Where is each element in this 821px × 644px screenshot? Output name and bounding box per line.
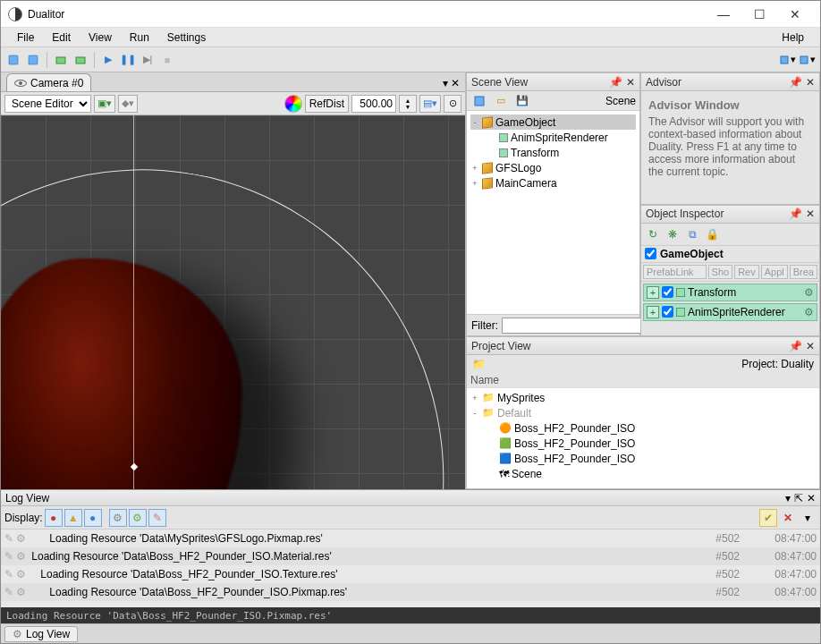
log-line[interactable]: ✎ ⚙Loading Resource 'Data\Boss_HF2_Pound… bbox=[1, 547, 820, 565]
scene-tree-item[interactable]: -GameObject bbox=[470, 114, 636, 130]
log-line[interactable]: ✎ ⚙ Loading Resource 'Data\MySprites\GFS… bbox=[1, 530, 820, 547]
log-view-close-button[interactable]: ✕ bbox=[807, 492, 816, 504]
scene-view-pin-button[interactable]: 📌 bbox=[609, 76, 622, 89]
advisor-pin-button[interactable]: 📌 bbox=[789, 76, 802, 89]
component-row[interactable]: +Transform⚙ bbox=[643, 284, 817, 301]
log-line-icon: ✎ ⚙ bbox=[4, 586, 26, 598]
play-button[interactable]: ▶ bbox=[99, 51, 117, 69]
log-filter-info-button[interactable]: ● bbox=[84, 509, 102, 527]
menu-view[interactable]: View bbox=[80, 30, 121, 46]
log-autoscroll-button[interactable]: ✔ bbox=[759, 509, 777, 527]
scene-tree-item[interactable]: AnimSpriteRenderer bbox=[470, 130, 636, 145]
gizmo-shape-button[interactable]: ◆▾ bbox=[118, 95, 138, 113]
scene-tree-item[interactable]: Transform bbox=[470, 145, 636, 160]
step-button[interactable]: ▶| bbox=[139, 51, 157, 69]
scene-view-close-button[interactable]: ✕ bbox=[626, 76, 635, 89]
project-tree-item[interactable]: +📁MySprites bbox=[470, 390, 816, 405]
log-view-dropdown-button[interactable]: ▾ bbox=[785, 492, 791, 504]
inspector-refresh-button[interactable]: ↻ bbox=[645, 226, 661, 242]
log-filter-error-button[interactable]: ● bbox=[45, 509, 63, 527]
tree-expand-button[interactable]: - bbox=[470, 409, 479, 418]
project-tree[interactable]: +📁MySprites-📁Default🟠Boss_HF2_Pounder_IS… bbox=[467, 388, 819, 488]
component-expand-button[interactable]: + bbox=[647, 286, 659, 299]
project-tree-item[interactable]: 🟠Boss_HF2_Pounder_ISO bbox=[470, 420, 816, 436]
export-button[interactable] bbox=[72, 51, 89, 69]
component-row[interactable]: +AnimSpriteRenderer⚙ bbox=[643, 303, 817, 321]
project-tree-item[interactable]: 🟩Boss_HF2_Pounder_ISO bbox=[470, 436, 816, 451]
prefab-break-button[interactable]: Brea bbox=[790, 265, 817, 279]
color-picker-button[interactable] bbox=[284, 95, 302, 113]
prefab-show-button[interactable]: Sho bbox=[708, 265, 733, 279]
component-settings-button[interactable]: ⚙ bbox=[804, 286, 814, 299]
publish-button[interactable]: ▾ bbox=[779, 51, 797, 69]
inspector-pin-button[interactable]: 📌 bbox=[789, 208, 802, 220]
gizmo-move-button[interactable]: ▣▾ bbox=[94, 95, 115, 113]
scene-open-button[interactable]: ▭ bbox=[492, 92, 510, 110]
project-column-name[interactable]: Name bbox=[467, 373, 819, 388]
inspector-link-button[interactable]: ❋ bbox=[664, 226, 681, 242]
prefab-revert-button[interactable]: Rev bbox=[734, 265, 759, 279]
log-source-core-button[interactable]: ⚙ bbox=[109, 509, 127, 527]
refdist-stepper[interactable]: ▲▼ bbox=[399, 95, 417, 113]
scene-tree-item[interactable]: +MainCamera bbox=[470, 175, 636, 191]
menu-edit[interactable]: Edit bbox=[43, 30, 80, 46]
scene-save-button[interactable]: 💾 bbox=[513, 92, 531, 110]
window-maximize-button[interactable]: ☐ bbox=[741, 2, 777, 27]
menu-run[interactable]: Run bbox=[121, 30, 158, 46]
advisor-close-button[interactable]: ✕ bbox=[806, 76, 815, 89]
pause-button[interactable]: ❚❚ bbox=[119, 51, 137, 69]
tree-expand-button[interactable]: + bbox=[470, 179, 479, 188]
prefab-apply-button[interactable]: Appl bbox=[761, 265, 788, 279]
gameobject-enabled-checkbox[interactable] bbox=[645, 248, 656, 259]
stop-button[interactable]: ■ bbox=[158, 51, 176, 69]
tree-expand-button[interactable]: - bbox=[470, 118, 479, 127]
log-line[interactable]: ✎ ⚙ Loading Resource 'Data\Boss_HF2_Poun… bbox=[1, 583, 820, 601]
project-tree-item[interactable]: 🟦Boss_HF2_Pounder_ISO bbox=[470, 451, 816, 466]
inspector-copy-button[interactable]: ⧉ bbox=[684, 226, 700, 242]
log-source-game-button[interactable]: ✎ bbox=[148, 509, 166, 527]
camera-settings-button[interactable]: ▤▾ bbox=[419, 95, 441, 113]
project-tree-item[interactable]: 🗺Scene bbox=[470, 466, 816, 481]
project-view-pin-button[interactable]: 📌 bbox=[789, 340, 802, 352]
component-settings-button[interactable]: ⚙ bbox=[804, 306, 814, 318]
bottom-tab-logview[interactable]: ⚙ Log View bbox=[4, 626, 78, 642]
window-minimize-button[interactable]: — bbox=[706, 2, 741, 27]
log-view-pin-button[interactable]: ⇱ bbox=[794, 492, 803, 504]
menu-help[interactable]: Help bbox=[773, 30, 813, 46]
svg-rect-3 bbox=[76, 57, 85, 64]
open-button[interactable] bbox=[24, 51, 42, 69]
component-expand-button[interactable]: + bbox=[647, 306, 659, 318]
log-more-button[interactable]: ▾ bbox=[799, 509, 817, 527]
camera-reset-button[interactable]: ⊙ bbox=[444, 95, 461, 113]
camera-viewport[interactable] bbox=[1, 115, 465, 489]
refdist-input[interactable] bbox=[351, 95, 396, 113]
inspector-close-button[interactable]: ✕ bbox=[806, 208, 815, 220]
log-view-panel: Log View ▾⇱✕ Display: ● ▲ ● ⚙ ⚙ ✎ ✔ ✕ ▾ … bbox=[1, 489, 820, 623]
tab-close-button[interactable]: ✕ bbox=[451, 77, 460, 89]
scene-tree[interactable]: -GameObjectAnimSpriteRendererTransform+G… bbox=[467, 111, 639, 314]
menu-file[interactable]: File bbox=[8, 30, 43, 46]
import-button[interactable] bbox=[52, 51, 70, 69]
editor-mode-select[interactable]: Scene Editor bbox=[4, 95, 91, 113]
menu-settings[interactable]: Settings bbox=[158, 30, 215, 46]
scene-filter-input[interactable] bbox=[502, 318, 643, 334]
save-all-button[interactable] bbox=[4, 51, 22, 69]
log-display-label: Display: bbox=[4, 512, 43, 524]
log-source-editor-button[interactable]: ⚙ bbox=[129, 509, 147, 527]
log-line[interactable]: ✎ ⚙ Loading Resource 'Data\Boss_HF2_Poun… bbox=[1, 565, 820, 583]
component-enabled-checkbox[interactable] bbox=[662, 306, 673, 318]
log-clear-button[interactable]: ✕ bbox=[779, 509, 797, 527]
scene-new-button[interactable] bbox=[470, 92, 488, 110]
tab-camera-0[interactable]: Camera #0 bbox=[6, 73, 91, 91]
project-tree-item[interactable]: -📁Default bbox=[470, 405, 816, 420]
tab-dropdown-button[interactable]: ▾ bbox=[443, 77, 448, 89]
tree-expand-button[interactable]: + bbox=[470, 394, 479, 402]
component-enabled-checkbox[interactable] bbox=[662, 286, 673, 298]
inspector-lock-button[interactable]: 🔒 bbox=[704, 226, 720, 242]
project-view-close-button[interactable]: ✕ bbox=[806, 340, 815, 352]
log-filter-warn-button[interactable]: ▲ bbox=[64, 509, 82, 527]
tree-expand-button[interactable]: + bbox=[470, 164, 479, 173]
window-close-button[interactable]: ✕ bbox=[777, 2, 813, 27]
package-button[interactable]: ▾ bbox=[799, 51, 817, 69]
scene-tree-item[interactable]: +GFSLogo bbox=[470, 160, 636, 175]
